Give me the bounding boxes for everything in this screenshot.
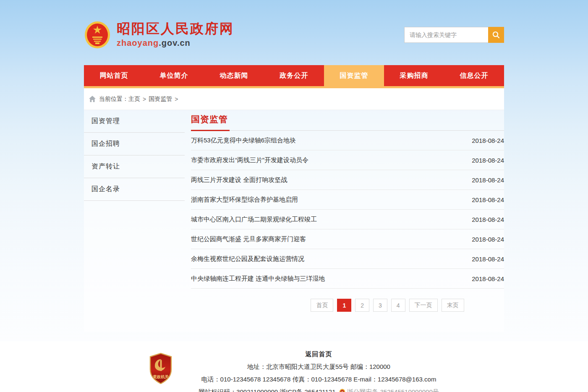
- page-title: 国资监管: [191, 113, 228, 125]
- site-title: 昭阳区人民政府网: [117, 21, 234, 36]
- content-area: 国资监管 万科53亿元竟得中央绿轴6宗组合地块 2018-08-24 市委市政府…: [191, 110, 504, 324]
- pagination-page-3[interactable]: 3: [373, 299, 387, 312]
- pagination: 首页 1 2 3 4 下一页 末页: [271, 299, 504, 312]
- pagination-first[interactable]: 首页: [311, 299, 333, 312]
- footer-security-link[interactable]: 浙公网安备 352545510000000号: [347, 388, 439, 392]
- news-row: 余梅生视察世纪公园及配套设施运营情况 2018-08-24: [191, 249, 504, 269]
- pagination-page-1[interactable]: 1: [337, 299, 351, 312]
- news-date: 2018-08-24: [472, 275, 504, 282]
- footer-address: 地址：北京市昭阳大道卫民大厦55号 邮编：120000: [199, 363, 439, 371]
- news-row: 世纪公园商气渐盛 元旦多家商家开门迎客 2018-08-24: [191, 229, 504, 249]
- search-button[interactable]: [488, 27, 504, 43]
- news-date: 2018-08-24: [472, 176, 504, 184]
- sidebar: 国资管理 国企招聘 资产转让 国企名录: [84, 110, 185, 201]
- news-row: 城市中心区南入口广场二期景观绿化工程竣工 2018-08-24: [191, 210, 504, 229]
- site-footer: 党政机关 返回首页 地址：北京市昭阳大道卫民大厦55号 邮编：120000 电话…: [0, 341, 588, 392]
- national-emblem-logo: [84, 21, 111, 49]
- pagination-page-4[interactable]: 4: [391, 299, 405, 312]
- news-link[interactable]: 浙南首家大型环保型综合养护基地启用: [191, 196, 298, 204]
- site-brand[interactable]: 昭阳区人民政府网 zhaoyang.gov.cn: [84, 21, 234, 49]
- news-date: 2018-08-24: [472, 157, 504, 164]
- site-domain: zhaoyang.gov.cn: [117, 38, 234, 48]
- news-date: 2018-08-24: [472, 216, 504, 223]
- back-home-link[interactable]: 返回首页: [306, 350, 332, 358]
- search-bar: [404, 27, 504, 43]
- nav-item-home[interactable]: 网站首页: [84, 65, 144, 86]
- pagination-next[interactable]: 下一页: [409, 299, 438, 312]
- breadcrumb-separator: >: [175, 96, 178, 103]
- sidebar-item-soe-recruitment[interactable]: 国企招聘: [84, 133, 185, 155]
- sidebar-item-soe-directory[interactable]: 国企名录: [84, 178, 185, 201]
- nav-item-state-assets[interactable]: 国资监管: [324, 65, 384, 86]
- news-link[interactable]: 万科53亿元竟得中央绿轴6宗组合地块: [191, 137, 296, 145]
- svg-text:党政机关: 党政机关: [153, 374, 169, 379]
- site-domain-name: zhaoyang: [117, 38, 159, 47]
- pagination-last[interactable]: 末页: [442, 299, 464, 312]
- pagination-page-2[interactable]: 2: [355, 299, 369, 312]
- footer-codes: 网站标识码：300211000000 浙ICP备 265421121浙公网安备 …: [199, 388, 439, 392]
- news-date: 2018-08-24: [472, 236, 504, 243]
- news-link[interactable]: 两线三片开发建设 全面打响攻坚战: [191, 176, 287, 184]
- news-row: 浙南首家大型环保型综合养护基地启用 2018-08-24: [191, 190, 504, 210]
- title-underline: [191, 130, 230, 131]
- news-row: 市委市政府发出“两线三片”开发建设动员令 2018-08-24: [191, 150, 504, 170]
- news-link[interactable]: 城市中心区南入口广场二期景观绿化工程竣工: [191, 216, 317, 224]
- breadcrumb: 当前位置： 主页 > 国资监管 >: [84, 88, 504, 110]
- party-gov-badge-icon: 党政机关: [149, 353, 172, 384]
- site-header: 昭阳区人民政府网 zhaoyang.gov.cn: [84, 0, 504, 53]
- police-badge-icon: [339, 389, 345, 392]
- search-input[interactable]: [404, 27, 488, 43]
- news-link[interactable]: 世纪公园商气渐盛 元旦多家商家开门迎客: [191, 235, 306, 243]
- news-date: 2018-08-24: [472, 196, 504, 203]
- breadcrumb-home-link[interactable]: 主页: [128, 95, 140, 103]
- news-link[interactable]: 余梅生视察世纪公园及配套设施运营情况: [191, 255, 304, 263]
- sidebar-item-state-asset-mgmt[interactable]: 国资管理: [84, 110, 185, 133]
- nav-item-procurement[interactable]: 采购招商: [384, 65, 444, 86]
- main-nav: 网站首页 单位简介 动态新闻 政务公开 国资监管 采购招商 信息公开: [84, 65, 504, 88]
- sidebar-item-asset-transfer[interactable]: 资产转让: [84, 155, 185, 178]
- news-link[interactable]: 中央绿轴南连工程开建 连通中央绿轴与三垟湿地: [191, 275, 325, 283]
- breadcrumb-section-link[interactable]: 国资监管: [149, 95, 172, 103]
- news-link[interactable]: 市委市政府发出“两线三片”开发建设动员令: [191, 156, 308, 164]
- news-date: 2018-08-24: [472, 137, 504, 144]
- nav-item-info-disclosure[interactable]: 信息公开: [444, 65, 504, 86]
- home-icon: [89, 96, 96, 102]
- news-row: 中央绿轴南连工程开建 连通中央绿轴与三垟湿地 2018-08-24: [191, 269, 504, 289]
- news-row: 两线三片开发建设 全面打响攻坚战 2018-08-24: [191, 170, 504, 190]
- nav-item-about[interactable]: 单位简介: [144, 65, 204, 86]
- breadcrumb-separator: >: [143, 96, 146, 103]
- nav-item-news[interactable]: 动态新闻: [204, 65, 264, 86]
- site-domain-suffix: .gov.cn: [159, 38, 191, 47]
- news-row: 万科53亿元竟得中央绿轴6宗组合地块 2018-08-24: [191, 131, 504, 150]
- news-date: 2018-08-24: [472, 255, 504, 263]
- footer-site-code: 网站标识码：300211000000 浙ICP备 265421121: [199, 388, 335, 392]
- search-icon: [492, 31, 500, 39]
- breadcrumb-prefix: 当前位置：: [99, 95, 128, 103]
- footer-contact: 电话：010-12345678 12345678 传真：010-12345678…: [199, 376, 439, 384]
- nav-item-gov-affairs[interactable]: 政务公开: [264, 65, 324, 86]
